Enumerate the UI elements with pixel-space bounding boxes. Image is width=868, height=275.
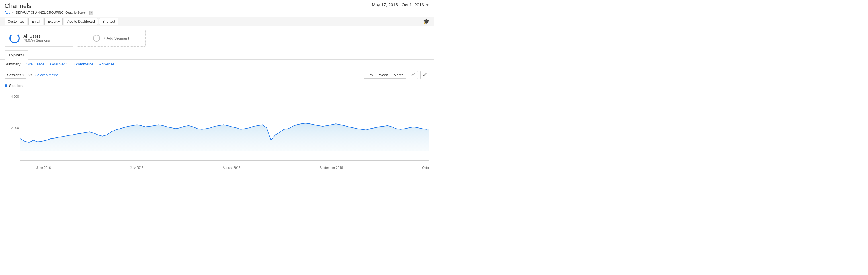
add-segment-button[interactable]: + Add Segment: [77, 30, 146, 47]
line-chart-icon: [411, 73, 415, 77]
x-label-september: September 2016: [320, 166, 343, 169]
select-metric-link[interactable]: Select a metric: [35, 73, 58, 77]
chart-svg-container: [20, 89, 429, 161]
x-label-july: July 2016: [130, 166, 144, 169]
y-label-2000: 2,000: [5, 126, 19, 130]
sessions-legend-dot: [5, 84, 7, 87]
day-button[interactable]: Day: [364, 72, 376, 78]
sessions-chart-svg: [20, 89, 429, 161]
add-to-dashboard-button[interactable]: Add to Dashboard: [64, 18, 98, 25]
chart-toolbar-right: Day Week Month: [364, 71, 429, 79]
add-segment-circle-icon: [93, 35, 100, 42]
date-range-text: May 17, 2016 - Oct 1, 2016: [372, 2, 424, 7]
segment-sub: 78.07% Sessions: [23, 38, 50, 43]
date-range-arrow-icon: ▼: [425, 2, 429, 7]
sessions-legend-label: Sessions: [9, 84, 24, 88]
chart-toolbar: Sessions ▾ vs. Select a metric Day Week …: [0, 69, 434, 81]
add-segment-label: + Add Segment: [103, 36, 129, 40]
metric-dropdown[interactable]: Sessions ▾: [5, 72, 26, 79]
metric-label: Sessions: [7, 73, 21, 77]
help-icon[interactable]: 🎓: [423, 19, 429, 24]
line-chart-icon-button[interactable]: [409, 71, 418, 79]
sub-nav: Summary Site Usage Goal Set 1 Ecommerce …: [0, 60, 434, 69]
chart-y-axis: 4,000 2,000 0: [5, 95, 19, 161]
svg-point-2: [426, 74, 427, 74]
date-range-selector[interactable]: May 17, 2016 - Oct 1, 2016 ▼: [372, 2, 429, 7]
x-label-june: June 2016: [36, 166, 51, 169]
breadcrumb-dropdown-icon[interactable]: ▾: [89, 11, 93, 15]
email-button[interactable]: Email: [28, 18, 43, 25]
subnav-goal-set-1[interactable]: Goal Set 1: [50, 62, 68, 66]
vs-text: vs.: [29, 73, 33, 77]
subnav-ecommerce[interactable]: Ecommerce: [74, 62, 93, 66]
month-button[interactable]: Month: [391, 72, 406, 78]
tab-bar: Explorer: [0, 50, 434, 60]
scatter-chart-icon: [423, 73, 427, 77]
breadcrumb-current: DEFAULT CHANNEL GROUPING: Organic Search: [16, 11, 87, 15]
subnav-summary[interactable]: Summary: [5, 62, 21, 66]
segment-spinner-icon: [9, 33, 20, 43]
svg-point-4: [425, 75, 426, 76]
chart-x-axis: June 2016 July 2016 August 2016 Septembe…: [20, 166, 429, 169]
tab-explorer[interactable]: Explorer: [5, 50, 28, 60]
week-button[interactable]: Week: [376, 72, 391, 78]
segments-bar: All Users 78.07% Sessions + Add Segment: [0, 26, 434, 50]
subnav-adsense[interactable]: AdSense: [99, 62, 114, 66]
shortcut-button[interactable]: Shortcut: [99, 18, 118, 25]
time-period-group: Day Week Month: [364, 72, 406, 79]
subnav-site-usage[interactable]: Site Usage: [26, 62, 45, 66]
chart-container: 4,000 2,000 0: [5, 89, 429, 169]
export-button[interactable]: Export: [44, 18, 63, 25]
toolbar: Customize Email Export Add to Dashboard …: [0, 17, 434, 26]
breadcrumb: ALL » DEFAULT CHANNEL GROUPING: Organic …: [0, 11, 434, 17]
segment-name: All Users: [23, 34, 50, 38]
metric-dropdown-arrow-icon: ▾: [22, 74, 24, 77]
chart-area: Sessions 4,000 2,000 0: [0, 81, 434, 169]
page-title: Channels: [5, 2, 429, 10]
y-label-4000: 4,000: [5, 95, 19, 98]
x-label-august: August 2016: [223, 166, 241, 169]
customize-button[interactable]: Customize: [5, 18, 27, 25]
x-label-october: Octol: [422, 166, 429, 169]
breadcrumb-all-link[interactable]: ALL: [5, 11, 10, 15]
svg-point-3: [424, 75, 425, 76]
scatter-chart-icon-button[interactable]: [420, 71, 429, 79]
toolbar-right: 🎓: [423, 18, 429, 25]
chart-legend: Sessions: [5, 84, 429, 88]
segment-info: All Users 78.07% Sessions: [23, 34, 50, 43]
svg-point-1: [425, 74, 425, 75]
all-users-segment[interactable]: All Users 78.07% Sessions: [5, 30, 73, 47]
breadcrumb-separator: »: [12, 11, 14, 15]
